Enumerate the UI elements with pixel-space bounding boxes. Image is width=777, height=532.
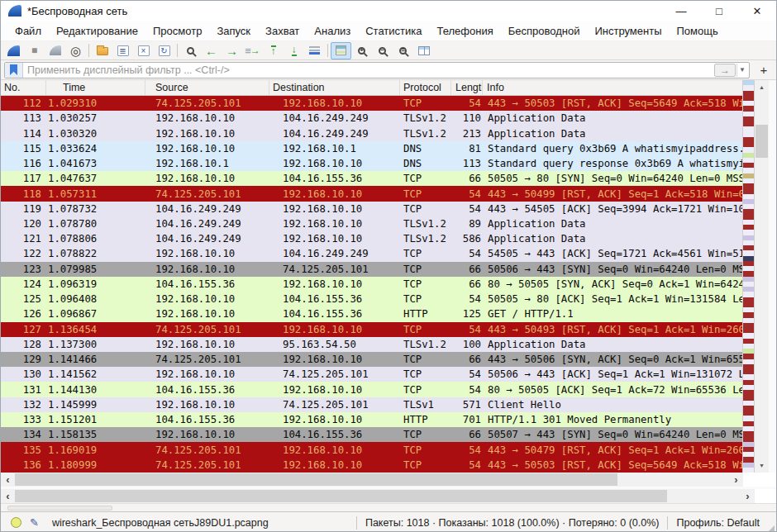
menu-item-telephony[interactable]: Телефония	[429, 22, 500, 40]
window-resize-grip[interactable]	[768, 525, 775, 532]
scroll-up-arrow[interactable]: ▲	[755, 80, 769, 94]
packet-row-119[interactable]: 1191.078732104.16.249.249192.168.10.10TC…	[1, 202, 742, 216]
column-header-info[interactable]: Info	[483, 80, 742, 95]
packet-row-120[interactable]: 1201.078780104.16.249.249192.168.10.10TL…	[1, 216, 742, 231]
horizontal-scroll-thumb[interactable]	[15, 473, 617, 486]
scroll-down-arrow[interactable]: ▼	[755, 458, 769, 473]
packet-row-122[interactable]: 1221.078822192.168.10.10104.16.249.249TC…	[1, 246, 742, 261]
packet-row-112[interactable]: 1121.02931074.125.205.101192.168.10.10TC…	[1, 96, 742, 111]
packet-row-133[interactable]: 1331.151201104.16.155.36192.168.10.10HTT…	[1, 412, 742, 427]
zoom-out-button[interactable]: −	[372, 42, 393, 59]
restart-capture-button[interactable]	[45, 42, 65, 59]
packet-row-117[interactable]: 1171.047637192.168.10.10104.16.155.36TCP…	[1, 171, 742, 186]
menu-item-file[interactable]: Файл	[7, 22, 49, 40]
menu-item-analyze[interactable]: Анализ	[307, 22, 358, 40]
cell-proto: TCP	[400, 324, 451, 335]
menu-item-view[interactable]: Просмотр	[145, 22, 209, 40]
open-file-button[interactable]	[92, 42, 112, 59]
start-capture-button[interactable]	[3, 42, 24, 59]
resize-columns-button[interactable]	[413, 42, 434, 59]
packet-row-136[interactable]: 1361.18099974.125.205.101192.168.10.10TC…	[1, 458, 742, 473]
menu-item-wireless[interactable]: Беспроводной	[501, 22, 588, 40]
column-header-no[interactable]: No.	[1, 80, 46, 95]
go-forward-button[interactable]: →	[222, 42, 242, 59]
go-last-packet-button[interactable]: ↓	[284, 42, 304, 59]
packet-row-127[interactable]: 1271.13645474.125.205.101192.168.10.10TC…	[1, 322, 742, 337]
menu-item-capture[interactable]: Захват	[258, 22, 307, 40]
zoom-original-button[interactable]: =	[393, 42, 413, 59]
maximize-button[interactable]: □	[700, 1, 738, 21]
packet-row-116[interactable]: 1161.041673192.168.10.1192.168.10.10DNS1…	[1, 156, 742, 171]
packet-row-131[interactable]: 1311.144130104.16.155.36192.168.10.10TCP…	[1, 382, 742, 397]
secondary-horizontal-scrollbar[interactable]: ‹ ›	[1, 489, 755, 503]
scroll-left-arrow[interactable]: ‹	[1, 473, 15, 487]
add-filter-button[interactable]: +	[755, 62, 773, 78]
zoom-in-button[interactable]: +	[351, 42, 372, 59]
auto-scroll-button[interactable]	[304, 42, 325, 59]
packet-row-132[interactable]: 1321.145999192.168.10.1074.125.205.101TL…	[1, 397, 742, 412]
cell-proto: HTTP	[400, 414, 451, 425]
cell-len: 571	[451, 399, 483, 411]
menu-item-go[interactable]: Запуск	[209, 22, 258, 40]
column-header-length[interactable]: Length	[451, 80, 483, 95]
column-header-protocol[interactable]: Protocol	[400, 80, 451, 95]
cell-no: 128	[1, 339, 46, 350]
resize-columns-icon	[418, 46, 430, 55]
cell-src: 192.168.10.10	[145, 128, 269, 140]
filter-bookmark-button[interactable]	[5, 63, 23, 78]
packet-row-126[interactable]: 1261.096867192.168.10.10104.16.155.36HTT…	[1, 306, 742, 321]
menu-item-statistics[interactable]: Статистика	[358, 22, 429, 40]
vertical-scrollbar[interactable]: ▲ ▼	[755, 80, 769, 473]
column-header-time[interactable]: Time	[46, 80, 145, 95]
minimize-button[interactable]: —	[662, 1, 700, 21]
close-file-button[interactable]: ×	[133, 42, 154, 59]
column-header-source[interactable]: Source	[145, 80, 269, 95]
capture-options-button[interactable]: ◎	[65, 42, 86, 59]
packet-row-121[interactable]: 1211.078806104.16.249.249192.168.10.10TL…	[1, 231, 742, 246]
capture-comment-pencil-icon[interactable]: ✎	[30, 516, 39, 529]
packet-row-118[interactable]: 1181.05731174.125.205.101192.168.10.10TC…	[1, 186, 742, 201]
splitter-grip[interactable]	[7, 506, 112, 511]
menu-item-help[interactable]: Помощь	[670, 22, 726, 40]
packet-row-115[interactable]: 1151.033624192.168.10.10192.168.10.1DNS8…	[1, 141, 742, 156]
packet-row-129[interactable]: 1291.14146674.125.205.101192.168.10.10TC…	[1, 352, 742, 367]
stop-capture-button[interactable]: ■	[24, 42, 45, 59]
packet-minimap-scrollbar[interactable]	[743, 80, 755, 473]
go-back-button[interactable]: ←	[201, 42, 222, 59]
scroll-right-arrow[interactable]: ›	[729, 473, 743, 487]
packet-row-113[interactable]: 1131.030257192.168.10.10104.16.249.249TL…	[1, 111, 742, 126]
packet-row-123[interactable]: 1231.079985192.168.10.1074.125.205.101TC…	[1, 262, 742, 277]
packet-row-135[interactable]: 1351.16901974.125.205.101192.168.10.10TC…	[1, 442, 742, 457]
go-to-packet-button[interactable]: →	[242, 42, 263, 59]
close-button[interactable]: ✕	[738, 1, 776, 21]
display-filter-input[interactable]: Применить дисплейный фильтр ... <Ctrl-/>…	[4, 62, 750, 78]
expert-info-icon[interactable]	[11, 517, 21, 528]
reload-file-button[interactable]: ↻	[154, 42, 174, 59]
cell-proto: TCP	[400, 429, 451, 440]
go-first-packet-button[interactable]: ↑	[263, 42, 284, 59]
menu-item-edit[interactable]: Редактирование	[49, 22, 145, 40]
vertical-scroll-thumb[interactable]	[756, 125, 768, 158]
find-packet-button[interactable]	[180, 42, 201, 59]
colorize-button[interactable]	[331, 42, 351, 59]
packet-row-114[interactable]: 1141.030320192.168.10.10104.16.249.249TL…	[1, 126, 742, 140]
packet-row-134[interactable]: 1341.158135192.168.10.10104.16.155.36TCP…	[1, 427, 742, 442]
scroll-right-arrow[interactable]: ›	[741, 489, 755, 503]
cell-proto: TCP	[400, 384, 451, 396]
packet-row-128[interactable]: 1281.137300192.168.10.1095.163.54.50TLSv…	[1, 337, 742, 352]
packet-list-horizontal-scrollbar[interactable]: ‹ ›	[1, 473, 743, 487]
packet-row-125[interactable]: 1251.096408192.168.10.10104.16.155.36TCP…	[1, 292, 742, 306]
cell-src: 104.16.155.36	[145, 414, 269, 425]
profile-selector[interactable]: Профиль: Default	[673, 517, 768, 529]
apply-filter-button[interactable]: →	[714, 64, 736, 77]
menu-item-tools[interactable]: Инструменты	[587, 22, 669, 40]
packet-row-130[interactable]: 1301.141562192.168.10.1074.125.205.101TC…	[1, 367, 742, 382]
packet-row-124[interactable]: 1241.096319104.16.155.36192.168.10.10TCP…	[1, 277, 742, 292]
save-file-button[interactable]: ≣	[112, 42, 133, 59]
column-header-destination[interactable]: Destination	[269, 80, 400, 95]
horizontal-scroll-thumb[interactable]	[15, 490, 667, 502]
pane-splitter[interactable]	[1, 503, 776, 511]
cell-proto: TLSv1	[400, 399, 451, 411]
scroll-left-arrow[interactable]: ‹	[1, 489, 15, 503]
filter-dropdown-caret[interactable]: ▼	[736, 64, 747, 77]
